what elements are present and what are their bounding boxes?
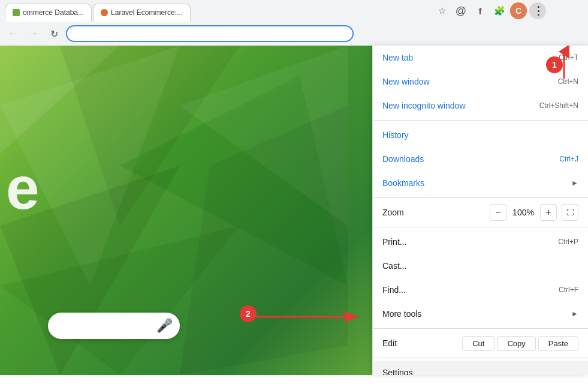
- zoom-out-button[interactable]: −: [490, 204, 506, 221]
- downloads-label: Downloads: [382, 154, 424, 164]
- facebook-icon[interactable]: f: [472, 2, 489, 19]
- tab-2[interactable]: Laravel Ecommerce:...: [93, 4, 191, 22]
- tab-favicon-1: [13, 9, 20, 16]
- menu-item-more-tools[interactable]: More tools ►: [373, 302, 588, 326]
- tab-label-2: Laravel Ecommerce:...: [111, 8, 183, 17]
- fullscreen-button[interactable]: ⛶: [562, 204, 578, 221]
- paste-button[interactable]: Paste: [538, 336, 578, 351]
- more-tools-arrow: ►: [571, 310, 578, 318]
- menu-item-downloads[interactable]: Downloads Ctrl+J: [373, 147, 588, 171]
- new-tab-label: New tab: [382, 53, 413, 62]
- search-box: 🎤: [48, 313, 180, 339]
- divider-5: [373, 358, 588, 358]
- menu-item-print[interactable]: Print... Ctrl+P: [373, 230, 588, 254]
- bookmarks-label: Bookmarks: [382, 178, 424, 188]
- menu-item-cast[interactable]: Cast...: [373, 254, 588, 278]
- dropdown-menu: New tab Ctrl+T New window Ctrl+N New inc…: [372, 46, 588, 375]
- main-area: e 🎤 2 1 New tab: [0, 46, 588, 375]
- annotation-2-badge: 2: [240, 305, 257, 322]
- edit-buttons: Cut Copy Paste: [406, 336, 578, 351]
- background-letter: e: [6, 154, 40, 223]
- browser-header: ommerce Databa... Laravel Ecommerce:... …: [0, 0, 588, 46]
- print-shortcut: Ctrl+P: [558, 238, 578, 246]
- copy-button[interactable]: Copy: [497, 336, 535, 351]
- more-tools-label: More tools: [382, 309, 421, 319]
- reload-button[interactable]: ↻: [46, 25, 62, 42]
- cut-button[interactable]: Cut: [462, 336, 494, 351]
- zoom-in-button[interactable]: +: [540, 204, 557, 221]
- print-label: Print...: [382, 237, 406, 247]
- zoom-row: Zoom − 100% + ⛶: [373, 200, 588, 224]
- zoom-value: 100%: [511, 208, 535, 217]
- history-label: History: [382, 130, 409, 140]
- bookmarks-arrow: ►: [571, 179, 578, 187]
- new-incognito-label: New incognito window: [382, 101, 466, 110]
- find-shortcut: Ctrl+F: [559, 286, 578, 294]
- omnibar-row: ← → ↻: [0, 22, 588, 46]
- menu-item-history[interactable]: History: [373, 123, 588, 147]
- arrow-2-svg: [257, 308, 364, 326]
- arrow-1-svg: [555, 46, 573, 82]
- mic-icon[interactable]: 🎤: [156, 318, 173, 334]
- divider-4: [373, 328, 588, 329]
- tab-label-1: ommerce Databa...: [23, 8, 84, 17]
- back-button[interactable]: ←: [5, 25, 22, 42]
- star-icon[interactable]: ☆: [433, 2, 450, 19]
- user-avatar[interactable]: C: [510, 2, 527, 19]
- divider-2: [373, 197, 588, 198]
- settings-label: Settings: [382, 368, 413, 375]
- downloads-shortcut: Ctrl+J: [559, 155, 578, 163]
- url-bar[interactable]: [66, 25, 354, 42]
- find-label: Find...: [382, 285, 406, 295]
- zoom-label: Zoom: [382, 208, 406, 217]
- menu-item-find[interactable]: Find... Ctrl+F: [373, 278, 588, 302]
- tabs-row: ommerce Databa... Laravel Ecommerce:... …: [0, 0, 588, 22]
- new-incognito-shortcut: Ctrl+Shift+N: [539, 101, 578, 110]
- accounts-icon[interactable]: @: [453, 2, 469, 19]
- menu-item-settings[interactable]: Settings: [373, 361, 588, 375]
- tab-favicon-2: [101, 9, 108, 16]
- edit-row: Edit Cut Copy Paste: [373, 331, 588, 355]
- tab-1[interactable]: ommerce Databa...: [5, 4, 92, 22]
- menu-dots-button[interactable]: ⋮: [529, 2, 546, 19]
- divider-1: [373, 120, 588, 121]
- edit-label: Edit: [382, 338, 406, 348]
- extensions-icon[interactable]: 🧩: [491, 2, 508, 19]
- menu-item-bookmarks[interactable]: Bookmarks ►: [373, 171, 588, 195]
- menu-item-new-incognito[interactable]: New incognito window Ctrl+Shift+N: [373, 94, 588, 118]
- forward-button[interactable]: →: [25, 25, 42, 42]
- new-window-label: New window: [382, 77, 430, 86]
- cast-label: Cast...: [382, 261, 406, 271]
- divider-3: [373, 227, 588, 227]
